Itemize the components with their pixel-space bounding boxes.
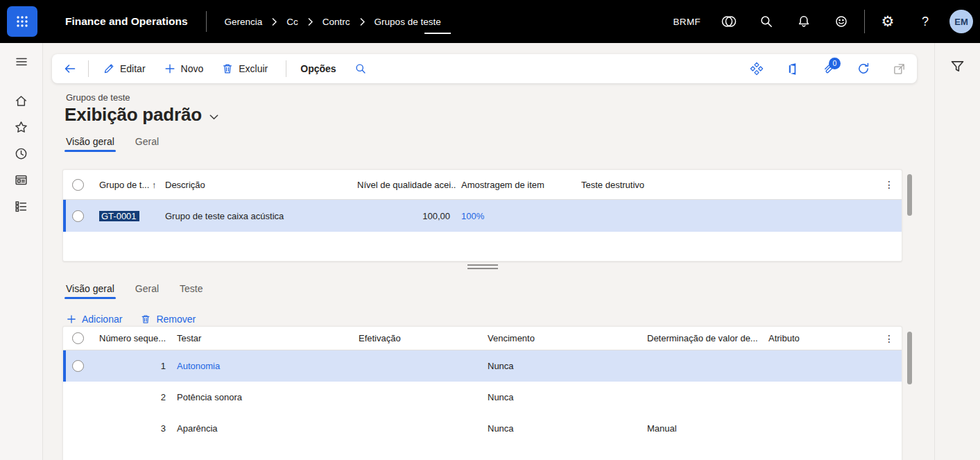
cell-determinacao: Manual — [642, 423, 763, 434]
help-icon: ? — [922, 15, 929, 29]
chevron-right-icon — [270, 17, 278, 26]
column-header-numero[interactable]: Número seque... — [94, 333, 171, 343]
column-header-vencimento[interactable]: Vencimento — [482, 333, 642, 343]
tab-geral-lower[interactable]: Geral — [135, 283, 159, 299]
select-all-radio[interactable] — [72, 332, 84, 344]
splitter-grip[interactable] — [467, 264, 498, 269]
table-row[interactable]: GT-0001 Grupo de teste caixa acústica 10… — [63, 200, 902, 232]
test-groups-grid: Grupo de t... ↑ Descrição Nível de quali… — [62, 169, 902, 262]
plus-icon — [66, 314, 77, 325]
table-row[interactable]: 2 Potência sonora Nunca — [63, 382, 902, 413]
sort-asc-icon: ↑ — [152, 180, 157, 190]
cell-nivel[interactable]: 100,00 — [352, 211, 456, 221]
topbar-actions: BRMF ⚙ ? — [673, 5, 973, 38]
expand-menu-button[interactable] — [5, 49, 38, 75]
workspace-window-icon — [14, 173, 28, 187]
row-select-radio[interactable] — [72, 360, 84, 372]
delete-button-label: Excluir — [239, 63, 268, 74]
cell-vencimento: Nunca — [482, 392, 642, 402]
grid-header-row: Número seque... Testar Efetivação Vencim… — [63, 327, 902, 350]
edit-button[interactable]: Editar — [103, 62, 146, 75]
tab-geral[interactable]: Geral — [135, 136, 159, 152]
new-button[interactable]: Novo — [164, 62, 204, 75]
column-header-testar[interactable]: Testar — [171, 333, 353, 343]
cell-vencimento: Nunca — [482, 423, 642, 434]
column-header-descricao[interactable]: Descrição — [160, 180, 352, 190]
cell-testar[interactable]: Aparência — [171, 423, 353, 434]
toolbar-search-button[interactable] — [354, 62, 367, 75]
cell-amostragem-link[interactable]: 100% — [456, 211, 576, 221]
tab-visao-geral[interactable]: Visão geral — [66, 136, 114, 152]
environment-badge[interactable]: BRMF — [673, 17, 700, 27]
selected-text[interactable]: GT-0001 — [99, 211, 139, 221]
show-list-button[interactable] — [750, 62, 764, 76]
attachments-button[interactable]: 0 — [821, 62, 834, 76]
main-content: Editar Novo Excluir Opções 0 — [43, 43, 934, 460]
search-icon — [354, 62, 367, 75]
open-in-office-button[interactable] — [786, 62, 799, 76]
hamburger-icon — [15, 55, 28, 69]
gear-icon: ⚙ — [882, 15, 895, 29]
select-all-radio[interactable] — [72, 179, 84, 191]
options-menu-button[interactable]: Opções — [300, 63, 336, 74]
column-header-atributo[interactable]: Atributo — [763, 333, 877, 343]
tab-visao-geral-lower[interactable]: Visão geral — [66, 283, 114, 299]
search-button[interactable] — [748, 5, 785, 38]
column-header-teste-destrutivo[interactable]: Teste destrutivo — [576, 180, 877, 190]
help-button[interactable]: ? — [906, 5, 944, 38]
filter-pane-button[interactable] — [949, 58, 965, 74]
grid-options-kebab[interactable]: ⋮ — [877, 333, 902, 344]
cell-numero: 3 — [94, 423, 171, 434]
back-button[interactable] — [63, 62, 77, 76]
table-row[interactable]: 3 Aparência Nunca Manual — [63, 413, 902, 444]
top-bar: Finance and Operations Gerencia Cc Contr… — [0, 0, 980, 43]
view-selector-button[interactable]: Exibição padrão — [65, 104, 219, 126]
pencil-icon — [103, 62, 115, 75]
breadcrumb: Gerencia Cc Contrc Grupos de teste — [225, 17, 441, 27]
options-menu-label: Opções — [300, 63, 336, 74]
app-launcher-button[interactable] — [7, 6, 37, 37]
row-select-radio[interactable] — [72, 210, 84, 222]
column-header-determinacao[interactable]: Determinação de valor de... — [642, 333, 763, 343]
app-title[interactable]: Finance and Operations — [65, 15, 188, 28]
column-header-efetivacao[interactable]: Efetivação — [353, 333, 482, 343]
cell-testar-link[interactable]: Autonomia — [171, 361, 353, 371]
column-header-grupo[interactable]: Grupo de t... ↑ — [94, 180, 160, 190]
feedback-button[interactable] — [823, 5, 860, 38]
sidebar-item-home[interactable] — [5, 87, 38, 114]
sidebar-item-recent[interactable] — [5, 140, 38, 167]
cell-descricao[interactable]: Grupo de teste caixa acústica — [160, 211, 352, 221]
topbar-divider — [206, 11, 207, 32]
breadcrumb-item-current[interactable]: Grupos de teste — [375, 17, 441, 27]
open-in-new-window-button[interactable] — [893, 62, 906, 76]
bell-icon — [797, 15, 811, 28]
delete-button[interactable]: Excluir — [221, 62, 268, 75]
notifications-button[interactable] — [785, 5, 823, 38]
column-header-nivel[interactable]: Nível de qualidade acei... — [352, 180, 456, 190]
settings-button[interactable]: ⚙ — [869, 5, 906, 38]
grid-options-kebab[interactable]: ⋮ — [877, 179, 902, 190]
breadcrumb-item[interactable]: Contrc — [323, 17, 350, 27]
column-header-amostragem[interactable]: Amostragem de item — [456, 180, 576, 190]
add-row-button[interactable]: Adicionar — [66, 314, 122, 325]
refresh-button[interactable] — [857, 62, 870, 76]
nav-sidebar — [0, 43, 43, 460]
lower-tab-strip: Visão geral Geral Teste — [66, 283, 203, 299]
grid2-scrollbar-thumb[interactable] — [907, 332, 912, 384]
sidebar-item-modules[interactable] — [5, 193, 38, 219]
tab-teste[interactable]: Teste — [180, 283, 203, 299]
filter-funnel-icon — [949, 58, 965, 74]
remove-row-label: Remover — [156, 314, 196, 325]
views-diamond-icon — [750, 62, 764, 76]
remove-row-button[interactable]: Remover — [140, 314, 196, 325]
table-row[interactable]: 1 Autonomia Nunca — [63, 350, 902, 382]
clock-icon — [14, 146, 28, 161]
breadcrumb-item[interactable]: Gerencia — [225, 17, 263, 27]
copilot-button[interactable] — [710, 5, 748, 38]
breadcrumb-item[interactable]: Cc — [286, 17, 298, 27]
sidebar-item-favorites[interactable] — [5, 114, 38, 140]
avatar[interactable]: EM — [949, 10, 973, 33]
grid1-scrollbar-thumb[interactable] — [907, 174, 912, 216]
cell-testar[interactable]: Potência sonora — [171, 392, 353, 402]
sidebar-item-workspaces[interactable] — [5, 167, 38, 193]
